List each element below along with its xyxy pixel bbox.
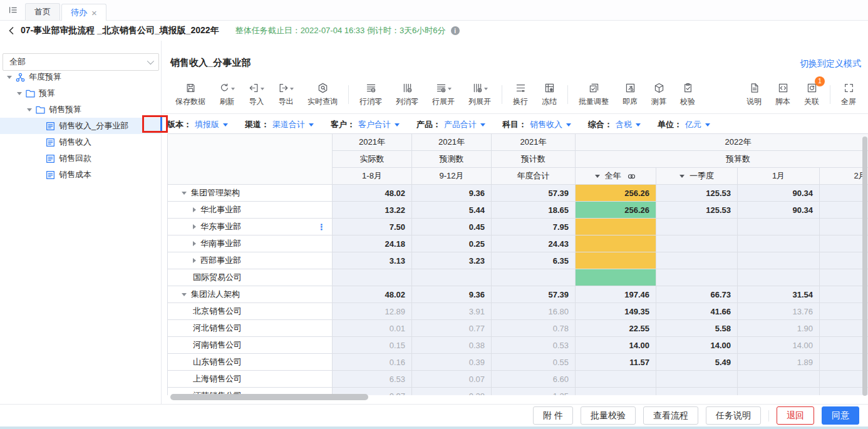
data-cell[interactable]: 1.90 <box>738 320 820 337</box>
tab-home[interactable]: 首页 <box>25 3 60 20</box>
data-cell[interactable]: 11.57 <box>576 354 656 371</box>
row-label-cell[interactable]: 西部事业部 <box>168 252 333 269</box>
data-cell[interactable] <box>738 269 820 286</box>
data-cell[interactable]: 7.95 <box>492 219 576 235</box>
data-cell[interactable] <box>576 388 656 396</box>
data-cell[interactable]: 9.36 <box>412 185 492 202</box>
toolbar-notes-button[interactable]: 说明 <box>740 82 768 107</box>
data-cell[interactable]: 14.00 <box>738 337 820 354</box>
tree-expand-icon[interactable] <box>25 108 34 111</box>
data-cell[interactable]: 0.78 <box>492 320 576 337</box>
dropdown-triangle-icon[interactable] <box>480 123 485 127</box>
toolbar-relation-button[interactable]: 关联1 <box>797 82 826 107</box>
data-cell[interactable] <box>738 219 820 235</box>
data-cell[interactable]: 0.38 <box>412 337 492 354</box>
data-cell[interactable]: 0.25 <box>412 235 492 252</box>
data-cell[interactable] <box>820 252 868 269</box>
back-chevron-icon[interactable] <box>8 26 16 35</box>
filter-value-dropdown[interactable]: 销售收入 <box>530 119 562 130</box>
dropdown-triangle-icon[interactable] <box>566 123 571 127</box>
filter-value-dropdown[interactable]: 填报版 <box>195 119 219 130</box>
view-flow-button[interactable]: 查看流程 <box>643 406 698 425</box>
toolbar-script-button[interactable]: 脚本 <box>768 82 797 107</box>
sort-triangle-icon[interactable] <box>679 175 685 178</box>
data-cell[interactable] <box>738 252 820 269</box>
attachment-button[interactable]: 附 件 <box>533 406 573 425</box>
data-cell[interactable] <box>820 219 868 235</box>
data-cell[interactable]: 0.07 <box>412 371 492 388</box>
sidebar-resize-handle[interactable] <box>160 117 162 132</box>
data-cell[interactable]: 0.39 <box>412 354 492 371</box>
data-cell[interactable] <box>820 371 868 388</box>
data-cell[interactable]: 14.00 <box>576 337 656 354</box>
reject-button[interactable]: 退回 <box>777 406 814 425</box>
data-cell[interactable]: 5.58 <box>656 320 738 337</box>
data-cell[interactable] <box>820 354 868 371</box>
data-cell[interactable] <box>576 371 656 388</box>
data-cell[interactable] <box>656 371 738 388</box>
data-cell[interactable]: 22.55 <box>576 320 656 337</box>
tree-filter-select[interactable]: 全部 <box>3 53 159 71</box>
row-menu-dots-icon[interactable]: ⋮ <box>318 222 326 232</box>
data-cell[interactable]: 24.43 <box>492 235 576 252</box>
row-expand-icon[interactable] <box>193 207 196 212</box>
data-cell[interactable]: 13.76 <box>738 303 820 320</box>
data-cell[interactable]: 0.77 <box>412 320 492 337</box>
data-cell[interactable]: 0.28 <box>412 388 492 396</box>
data-cell[interactable]: 0.01 <box>333 320 412 337</box>
data-cell[interactable]: 3.13 <box>333 252 412 269</box>
data-cell[interactable] <box>738 235 820 252</box>
tree-item-4[interactable]: 销售收入 <box>0 134 161 150</box>
data-cell[interactable] <box>820 303 868 320</box>
data-cell[interactable] <box>820 337 868 354</box>
data-cell[interactable] <box>576 252 656 269</box>
dropdown-triangle-icon[interactable] <box>705 123 710 127</box>
toolbar-colexpand-button[interactable]: 列展开 <box>462 82 498 107</box>
data-cell[interactable]: 1.25 <box>492 388 576 396</box>
dropdown-triangle-icon[interactable] <box>223 123 228 127</box>
sort-triangle-icon[interactable] <box>595 175 600 178</box>
row-label-cell[interactable]: 河南销售公司 <box>168 337 333 354</box>
data-cell[interactable]: 5.44 <box>412 202 492 219</box>
row-label-cell[interactable]: 北京销售公司 <box>168 303 333 320</box>
row-expand-icon[interactable] <box>182 293 187 296</box>
data-cell[interactable] <box>576 235 656 252</box>
data-cell[interactable]: 18.65 <box>492 202 576 219</box>
data-cell[interactable] <box>492 269 576 286</box>
header-period-full-year[interactable]: 全年 <box>576 168 656 185</box>
data-cell[interactable]: 31.54 <box>738 286 820 303</box>
data-cell[interactable]: 3.23 <box>412 252 492 269</box>
tree-item-6[interactable]: 销售成本 <box>0 167 161 183</box>
data-cell[interactable] <box>656 269 738 286</box>
filter-value-dropdown[interactable]: 客户合计 <box>358 119 391 130</box>
row-label-cell[interactable]: 集团法人架构 <box>168 286 333 303</box>
toolbar-colzero-button[interactable]: 列消零 <box>389 82 425 107</box>
data-cell[interactable]: 125.53 <box>656 202 738 219</box>
data-cell[interactable]: 0.55 <box>492 354 576 371</box>
data-cell[interactable]: 149.35 <box>576 303 656 320</box>
data-cell[interactable] <box>656 219 738 235</box>
data-cell[interactable] <box>333 269 412 286</box>
data-cell[interactable]: 24.18 <box>333 235 412 252</box>
data-cell[interactable]: 0.16 <box>333 354 412 371</box>
data-cell[interactable]: 0.15 <box>333 337 412 354</box>
data-cell[interactable]: 48.02 <box>333 286 412 303</box>
toolbar-calc-button[interactable]: 测算 <box>644 82 673 107</box>
data-cell[interactable]: 125.53 <box>656 185 738 202</box>
tree-item-0[interactable]: 年度预算 <box>0 69 161 85</box>
data-cell[interactable] <box>820 202 868 219</box>
tree-item-2[interactable]: 销售预算 <box>0 101 161 118</box>
link-icon[interactable] <box>626 171 637 182</box>
data-cell[interactable]: 3.91 <box>412 303 492 320</box>
toolbar-wrap-button[interactable]: 换行 <box>506 82 535 107</box>
row-label-cell[interactable]: 河北销售公司 <box>168 320 333 337</box>
data-cell[interactable]: 6.53 <box>333 371 412 388</box>
toolbar-validate-button[interactable]: 校验 <box>673 82 702 107</box>
toolbar-query-button[interactable]: 实时查询 <box>301 82 344 107</box>
info-icon[interactable]: i <box>451 26 460 35</box>
data-cell[interactable]: 5.49 <box>656 354 738 371</box>
toolbar-batch-button[interactable]: 批量调整 <box>572 82 616 107</box>
data-cell[interactable]: 9.36 <box>412 286 492 303</box>
horizontal-scrollbar[interactable] <box>170 394 368 400</box>
tree-item-5[interactable]: 销售回款 <box>0 150 161 167</box>
